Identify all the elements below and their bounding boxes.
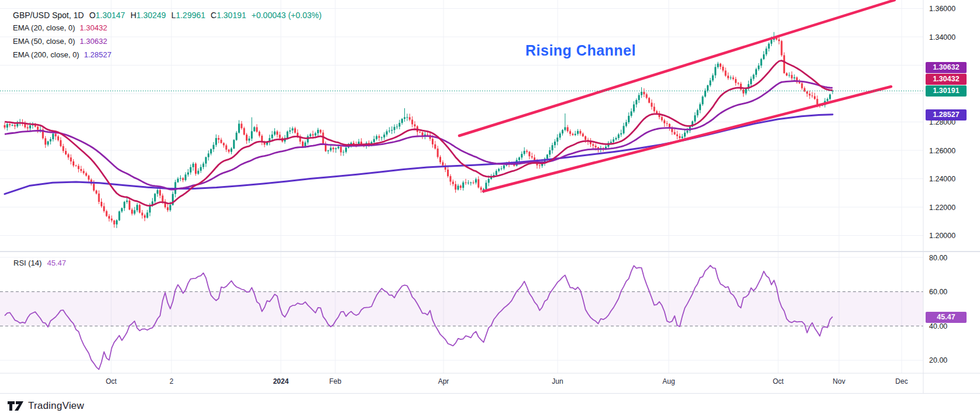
price-axis-tick: 1.20000 (929, 232, 955, 240)
price-axis-tick: 1.24000 (929, 175, 955, 183)
price-axis-tick: 1.22000 (929, 204, 955, 212)
rsi-band (0, 292, 923, 326)
price-axis-tick: 1.26000 (929, 147, 955, 155)
rsi-axis-tick: 20.00 (929, 356, 947, 364)
pane-borders (0, 0, 980, 394)
rsi-axis-tick: 40.00 (929, 322, 947, 331)
rsi-axis-tick: 80.00 (929, 254, 947, 262)
price-chart-canvas[interactable]: 1.360001.340001.280001.260001.240001.220… (0, 0, 980, 420)
rsi-axis-labels[interactable]: 80.0060.0040.0020.00 (929, 254, 947, 365)
price-axis-tick: 1.28000 (929, 118, 955, 126)
rsi-axis-tick: 60.00 (929, 288, 947, 296)
price-axis-tick: 1.34000 (929, 33, 955, 42)
price-axis-labels[interactable]: 1.360001.340001.280001.260001.240001.220… (929, 5, 955, 240)
price-axis-tick: 1.36000 (929, 5, 955, 13)
